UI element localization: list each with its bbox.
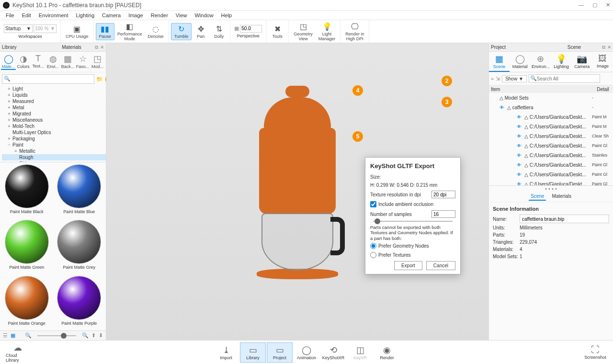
- thumbnail-size-slider[interactable]: [37, 335, 76, 336]
- menu-environment[interactable]: Environment: [35, 11, 72, 19]
- tumble-button[interactable]: ↻Tumble: [171, 23, 192, 40]
- scene-tree-item[interactable]: 👁△ C:/Users/Gianluca/Deskt...Paint Gl: [489, 179, 613, 186]
- library-tab-2[interactable]: TText...: [31, 54, 45, 70]
- project-tab-3[interactable]: 💡Lighting: [551, 52, 572, 72]
- zoom-in-icon[interactable]: 🔍: [82, 332, 89, 339]
- scene-tree-item[interactable]: 👁△ C:/Users/Gianluca/Deskt...Paint Gl: [489, 141, 613, 150]
- project-tab-4[interactable]: 📷Camera: [572, 52, 592, 72]
- library-tab-6[interactable]: ◳Mod...: [90, 54, 105, 70]
- pan-button[interactable]: ✥Pan: [192, 23, 210, 40]
- popout-icon[interactable]: ⧉: [602, 45, 605, 50]
- maximize-button[interactable]: ▢: [592, 2, 597, 8]
- tree-item[interactable]: Multi-Layer Optics: [2, 129, 106, 136]
- library-tab-0[interactable]: ◯Mate...: [1, 54, 16, 70]
- prefer-geometry-radio[interactable]: [370, 243, 376, 249]
- scene-search-input[interactable]: [529, 74, 600, 83]
- export-button[interactable]: Export: [394, 261, 422, 270]
- tree-item[interactable]: +Liquids: [2, 92, 106, 98]
- render-highdpi-button[interactable]: 🖵Render inHigh DPI: [342, 21, 367, 42]
- subtab-scene[interactable]: Scene: [529, 193, 546, 201]
- tools-button[interactable]: ✖Tools: [268, 23, 286, 40]
- scene-tree-item[interactable]: 👁△ C:/Users/Gianluca/Deskt...Paint M: [489, 112, 613, 122]
- material-swatch[interactable]: Paint Matte Black: [2, 164, 52, 217]
- render-viewport[interactable]: KeyShot GLTF Export Size: H: 0.299 W: 0.…: [106, 43, 488, 340]
- material-swatch[interactable]: Paint Matte Green: [2, 220, 52, 273]
- performance-mode-button[interactable]: ◧PerformanceMode: [114, 21, 145, 42]
- cloud-library-button[interactable]: ☁Cloud Library: [5, 342, 31, 363]
- scene-tree-item[interactable]: △ Model Sets-: [489, 93, 613, 102]
- subtab-materials[interactable]: Materials: [550, 193, 573, 201]
- import-material-icon[interactable]: ⬆: [91, 332, 96, 339]
- ambient-occlusion-checkbox[interactable]: [370, 201, 376, 207]
- prefer-textures-radio[interactable]: [370, 252, 376, 258]
- library-button[interactable]: ▭Library: [240, 342, 266, 363]
- zoom-out-icon[interactable]: 🔍: [25, 332, 32, 339]
- search-icon[interactable]: 🔍: [4, 76, 11, 82]
- minimize-button[interactable]: —: [579, 2, 584, 8]
- tree-item[interactable]: Rough: [2, 154, 106, 160]
- tree-item[interactable]: +Light: [2, 86, 106, 92]
- popout-icon[interactable]: ⧉: [95, 45, 98, 50]
- library-search-input[interactable]: [2, 74, 94, 84]
- workspace-dropdown[interactable]: Startup▼: [4, 24, 33, 33]
- tree-item[interactable]: +Packaging: [2, 136, 106, 142]
- expand-icon[interactable]: »: [491, 76, 494, 81]
- cancel-button[interactable]: Cancel: [426, 261, 455, 270]
- scene-name-input[interactable]: [520, 215, 609, 223]
- denoise-button[interactable]: ◌Denoise: [145, 23, 167, 40]
- project-tab-1[interactable]: ◯Material: [510, 52, 530, 72]
- show-dropdown[interactable]: Show ▼: [502, 75, 527, 82]
- folder-icon[interactable]: 📁: [96, 76, 103, 82]
- samples-input[interactable]: [431, 210, 455, 218]
- menu-camera[interactable]: Camera: [98, 11, 125, 19]
- pause-button[interactable]: ▮▮Pause: [96, 23, 115, 40]
- project-tab-0[interactable]: ▦Scene: [489, 52, 510, 72]
- menu-lighting[interactable]: Lighting: [72, 11, 98, 19]
- library-tab-4[interactable]: ▦Back...: [60, 54, 75, 70]
- cpu-usage-button[interactable]: ▣CPU Usage: [63, 23, 91, 40]
- screenshot-button[interactable]: ⛶Screenshot: [582, 342, 608, 363]
- menu-image[interactable]: Image: [125, 11, 147, 19]
- keyshotxr-button[interactable]: ⟲KeyShotXR: [320, 342, 346, 363]
- tree-item[interactable]: +Migrated: [2, 111, 106, 117]
- menu-render[interactable]: Render: [147, 11, 172, 19]
- scene-tree-item[interactable]: 👁△ caffettiera-: [489, 102, 613, 112]
- render-button[interactable]: ◉Render: [374, 342, 400, 363]
- library-tab-5[interactable]: ☆Favo...: [75, 54, 90, 70]
- close-button[interactable]: ✕: [606, 2, 610, 8]
- export-material-icon[interactable]: ⬇: [99, 332, 103, 339]
- dolly-button[interactable]: ⇅Dolly: [210, 23, 228, 40]
- close-panel-icon[interactable]: ✕: [100, 45, 104, 50]
- list-view-icon[interactable]: ☰: [3, 332, 8, 339]
- project-tab-5[interactable]: 🖼Image: [592, 52, 613, 72]
- tex-res-input[interactable]: [431, 191, 455, 198]
- light-manager-button[interactable]: 💡LightManager: [316, 21, 339, 42]
- animation-button[interactable]: ◯Animation: [294, 342, 319, 363]
- menu-window[interactable]: Window: [191, 11, 217, 19]
- project-tab-2[interactable]: ⊕Environ...: [530, 52, 551, 72]
- tree-item[interactable]: +Measured: [2, 98, 106, 104]
- samples-slider[interactable]: [373, 221, 453, 222]
- project-button[interactable]: ▭Project: [267, 342, 293, 363]
- menu-help[interactable]: Help: [217, 11, 236, 19]
- material-swatch[interactable]: Paint Matte Purple: [55, 276, 104, 329]
- zoom-dropdown[interactable]: 100 %▼: [34, 24, 57, 33]
- tree-item[interactable]: +Mold-Tech: [2, 123, 106, 129]
- scene-tree-item[interactable]: 👁△ C:/Users/Gianluca/Deskt...Paint Gl: [489, 160, 613, 170]
- close-panel-icon[interactable]: ✕: [607, 45, 611, 50]
- scene-tree-item[interactable]: 👁△ C:/Users/Gianluca/Deskt...Stainles: [489, 150, 613, 160]
- hierarchy-icon[interactable]: ⇲: [496, 76, 500, 82]
- grid-view-icon[interactable]: ▦: [11, 332, 15, 339]
- tree-item[interactable]: +Miscellaneous: [2, 117, 106, 123]
- menu-file[interactable]: File: [2, 11, 18, 19]
- library-tab-1[interactable]: ◑Colors: [16, 54, 31, 70]
- library-tab-3[interactable]: ◍Envi...: [45, 54, 60, 70]
- fov-input[interactable]: [240, 25, 262, 33]
- import-button[interactable]: ⤓Import: [213, 342, 239, 363]
- menu-view[interactable]: View: [172, 11, 191, 19]
- material-swatch[interactable]: Paint Matte Grey: [55, 220, 104, 273]
- menu-edit[interactable]: Edit: [18, 11, 35, 19]
- tree-item[interactable]: −Paint: [2, 142, 106, 148]
- scene-tree-item[interactable]: 👁△ C:/Users/Gianluca/Deskt...Paint M: [489, 122, 613, 131]
- tree-item[interactable]: +Metal: [2, 104, 106, 111]
